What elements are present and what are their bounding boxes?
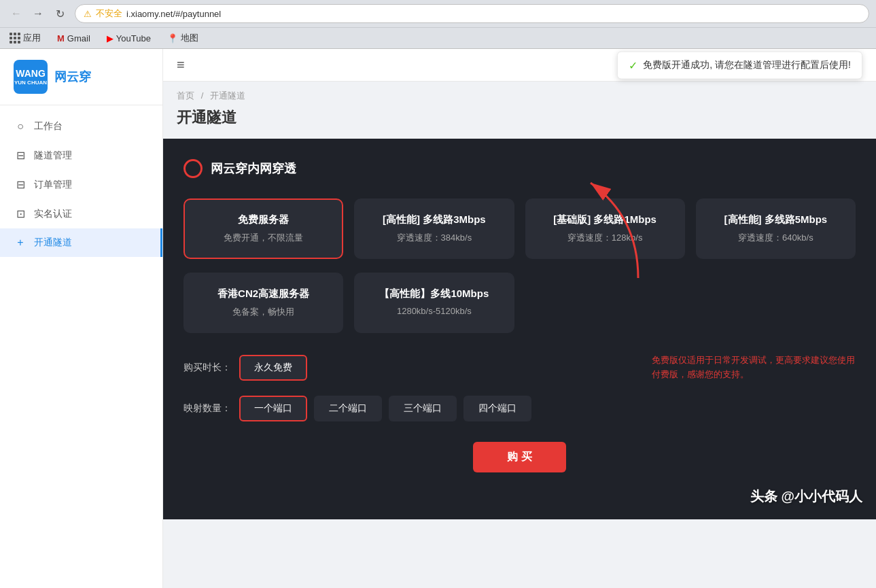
sidebar-item-workspace[interactable]: ○ 工作台 [0,112,162,141]
sidebar-item-tunnel-mgmt-label: 隧道管理 [34,150,72,162]
reload-button[interactable]: ↻ [50,4,69,23]
browser-chrome: ← → ↻ ⚠ 不安全 i.xiaomy.net/#/paytunnel 应用 … [0,0,876,49]
gmail-icon: M [57,33,65,44]
url-text: i.xiaomy.net/#/paytunnel [126,9,221,19]
success-notification: ✓ 免费版开通成功, 请您在隧道管理进行配置后使用! [617,51,862,79]
panel-header: 网云穿内网穿透 [183,159,856,178]
sidebar-item-workspace-label: 工作台 [34,120,63,133]
sidebar-item-open-tunnel-label: 开通隧道 [34,237,72,249]
forward-button[interactable]: → [29,4,48,23]
server-card-high3m-subtitle: 穿透速度：384kb/s [369,232,499,244]
mapping-label: 映射数量： [183,402,231,415]
sidebar: WANG YUN CHUAN 网云穿 ○ 工作台 ⊟ 隧道管理 ⊟ 订单管理 ⊡… [0,49,163,588]
mapping-option-3[interactable]: 三个端口 [389,396,457,421]
sidebar-nav: ○ 工作台 ⊟ 隧道管理 ⊟ 订单管理 ⊡ 实名认证 + 开通隧道 [0,105,162,264]
purchase-option-free[interactable]: 永久免费 [239,355,307,381]
breadcrumb-home[interactable]: 首页 [177,90,194,101]
sidebar-item-order-mgmt-label: 订单管理 [34,179,72,191]
mapping-option-1[interactable]: 一个端口 [239,396,307,421]
buy-button[interactable]: 购 买 [473,442,565,472]
breadcrumb: 首页 / 开通隧道 [163,82,876,105]
server-card-basic1m-title: [基础版] 多线路1Mbps [540,213,670,226]
sidebar-item-verify[interactable]: ⊡ 实名认证 [0,199,162,228]
server-card-high5m-subtitle: 穿透速度：640kb/s [711,232,841,244]
server-card-high3m-title: [高性能] 多线路3Mbps [369,213,499,226]
server-card-basic1m-subtitle: 穿透速度：128kb/s [540,232,670,244]
page-content: 首页 / 开通隧道 开通隧道 [163,82,876,588]
sidebar-item-order-mgmt[interactable]: ⊟ 订单管理 [0,170,162,199]
server-card-free-subtitle: 免费开通，不限流量 [198,232,328,244]
nav-buttons: ← → ↻ [7,4,69,23]
server-card-hk[interactable]: 香港CN2高速服务器 免备案，畅快用 [183,273,343,333]
server-card-hk-title: 香港CN2高速服务器 [198,288,328,300]
server-card-hk-subtitle: 免备案，畅快用 [198,306,328,318]
logo-area: WANG YUN CHUAN 网云穿 [0,49,162,105]
server-card-empty1 [525,273,685,333]
mapping-option-4[interactable]: 四个端口 [463,396,531,421]
dark-panel-wrapper: 网云穿内网穿透 免费服务器 免费开通，不限流量 [高性能] 多线路3Mbps 穿… [163,139,876,519]
apps-grid-icon [10,33,20,44]
back-button[interactable]: ← [7,4,26,23]
app-container: WANG YUN CHUAN 网云穿 ○ 工作台 ⊟ 隧道管理 ⊟ 订单管理 ⊡… [0,49,876,588]
page-title: 开通隧道 [163,105,876,139]
server-card-high3m[interactable]: [高性能] 多线路3Mbps 穿透速度：384kb/s [354,198,514,259]
hamburger-icon[interactable]: ≡ [177,57,185,73]
server-card-high5m-title: [高性能] 多线路5Mbps [711,213,841,226]
server-card-high5m[interactable]: [高性能] 多线路5Mbps 穿透速度：640kb/s [696,198,856,259]
browser-toolbar: ← → ↻ ⚠ 不安全 i.xiaomy.net/#/paytunnel [0,0,876,27]
security-icon: ⚠ [84,9,92,19]
server-grid-row2: 香港CN2高速服务器 免备案，畅快用 【高性能】多线10Mbps 1280kb/… [183,273,856,333]
security-label: 不安全 [96,7,122,20]
bookmark-gmail-label: Gmail [67,33,90,44]
youtube-icon: ▶ [107,33,113,44]
breadcrumb-current: 开通隧道 [210,90,245,101]
sidebar-item-open-tunnel[interactable]: + 开通隧道 [0,228,162,257]
bookmark-maps-label: 地图 [181,32,198,44]
logo-badge: WANG YUN CHUAN [14,60,48,94]
buy-center: 购 买 [183,435,856,472]
logo-title: 网云穿 [54,69,91,85]
bookmark-youtube-label: YouTube [116,33,151,44]
server-card-basic1m[interactable]: [基础版] 多线路1Mbps 穿透速度：128kb/s [525,198,685,259]
bookmark-apps-label: 应用 [23,32,41,44]
server-card-high10m[interactable]: 【高性能】多线10Mbps 1280kb/s-5120kb/s [354,273,514,333]
mapping-option-2[interactable]: 二个端口 [314,396,382,421]
bookmark-maps[interactable]: 📍 地图 [164,31,201,46]
sidebar-item-tunnel-mgmt[interactable]: ⊟ 隧道管理 [0,141,162,170]
free-notice: 免费版仅适用于日常开发调试，更高要求建议您使用付费版，感谢您的支持。 [652,353,856,382]
maps-icon: 📍 [167,33,178,44]
workspace-icon: ○ [14,120,27,133]
circle-icon [183,159,203,178]
server-card-empty2 [696,273,856,333]
notification-text: 免费版开通成功, 请您在隧道管理进行配置后使用! [643,59,851,71]
purchase-label: 购买时长： [183,362,231,374]
dark-panel: 网云穿内网穿透 免费服务器 免费开通，不限流量 [高性能] 多线路3Mbps 穿… [163,139,876,519]
verify-icon: ⊡ [14,207,27,220]
main-content: ≡ ✓ 免费版开通成功, 请您在隧道管理进行配置后使用! 首页 / 开通隧道 开… [163,49,876,588]
bookmark-apps[interactable]: 应用 [7,31,43,46]
bookmark-youtube[interactable]: ▶ YouTube [104,32,154,45]
logo-wang-text: WANG [16,68,46,80]
server-card-free-title: 免费服务器 [198,213,328,226]
mapping-options-row: 映射数量： 一个端口 二个端口 三个端口 四个端口 [183,396,856,421]
server-card-free[interactable]: 免费服务器 免费开通，不限流量 [183,198,343,259]
success-check-icon: ✓ [629,58,637,71]
sidebar-item-verify-label: 实名认证 [34,208,72,220]
address-bar[interactable]: ⚠ 不安全 i.xiaomy.net/#/paytunnel [75,4,869,23]
server-grid-row1: 免费服务器 免费开通，不限流量 [高性能] 多线路3Mbps 穿透速度：384k… [183,198,856,259]
server-card-high10m-title: 【高性能】多线10Mbps [369,288,499,300]
main-header: ≡ ✓ 免费版开通成功, 请您在隧道管理进行配置后使用! [163,49,876,82]
order-mgmt-icon: ⊟ [14,178,27,191]
watermark: 头条 @小小代码人 [750,487,862,506]
panel-title: 网云穿内网穿透 [211,160,296,177]
tunnel-mgmt-icon: ⊟ [14,149,27,162]
breadcrumb-separator: / [201,90,204,101]
bookmark-gmail[interactable]: M Gmail [54,32,93,45]
server-card-high10m-subtitle: 1280kb/s-5120kb/s [369,306,499,316]
open-tunnel-icon: + [14,237,27,249]
logo-sub-text: YUN CHUAN [14,80,47,86]
bookmarks-bar: 应用 M Gmail ▶ YouTube 📍 地图 [0,27,876,48]
purchase-options-row: 购买时长： 永久免费 免费版仅适用于日常开发调试，更高要求建议您使用付费版，感谢… [183,353,856,382]
